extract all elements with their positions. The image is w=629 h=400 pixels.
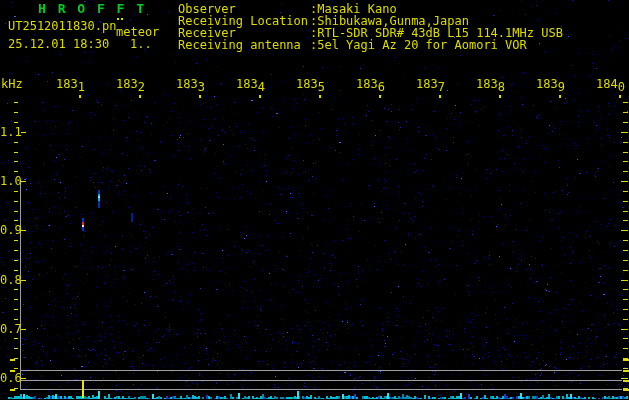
freq-axis-minor-tick-right [623, 338, 628, 339]
freq-axis-minor-tick-right [623, 368, 628, 369]
meteor-echo-red-core [82, 227, 84, 231]
freq-axis-label: 0.6 [0, 372, 22, 384]
freq-axis-major-tick [21, 329, 26, 330]
freq-axis-minor-tick-right [623, 112, 628, 113]
freq-axis-minor-tick [14, 201, 18, 202]
datetime-label: 25.12.01 18:30 [8, 38, 109, 50]
time-axis-tick [619, 95, 621, 98]
time-axis-label: 1831 [56, 78, 85, 90]
time-axis-tick [439, 95, 441, 98]
freq-axis-minor-tick-right [623, 260, 628, 261]
time-axis-label: 1838 [476, 78, 505, 90]
time-axis-label: 1837 [416, 78, 445, 90]
freq-axis-minor-tick [14, 348, 18, 349]
freq-axis-minor-tick [14, 270, 18, 271]
strip-chart-right-tick [623, 380, 629, 382]
strip-chart-gridline [20, 380, 622, 381]
freq-axis-minor-tick [14, 260, 18, 261]
time-axis-tick [139, 95, 141, 98]
freq-axis-minor-tick-right [623, 161, 628, 162]
freq-axis-minor-tick-right [623, 152, 628, 153]
freq-axis-minor-tick-right [623, 220, 628, 221]
meteor-echo-faint [131, 213, 133, 222]
freq-axis-minor-tick-right [623, 309, 628, 310]
time-axis-label: 1840 [596, 78, 625, 90]
time-axis-label: 1834 [236, 78, 265, 90]
freq-axis-minor-tick-right [623, 191, 628, 192]
freq-axis-major-tick-right [621, 132, 628, 133]
freq-axis-minor-tick [14, 250, 18, 251]
freq-axis-minor-tick-right [623, 201, 628, 202]
freq-axis-major-tick [21, 181, 26, 182]
freq-axis-minor-tick [14, 319, 18, 320]
pixel-artifact [117, 18, 119, 20]
strip-chart-gridline [20, 389, 622, 390]
strip-chart-gridline [20, 370, 622, 371]
time-axis-tick [379, 95, 381, 98]
time-axis-tick [199, 95, 201, 98]
freq-axis-minor-tick-right [623, 270, 628, 271]
freq-axis-minor-tick [14, 191, 18, 192]
freq-axis-minor-tick [14, 368, 18, 369]
strip-chart-right-tick [623, 370, 629, 372]
freq-axis-minor-tick-right [623, 299, 628, 300]
meteor-echo-cyan [98, 201, 100, 208]
freq-axis-minor-tick-right [623, 319, 628, 320]
strip-chart-left-tick [10, 389, 15, 391]
freq-axis-label: 0.9 [0, 224, 22, 236]
noise-speckle-layer [0, 0, 629, 400]
freq-axis-label: 1.1 [0, 126, 22, 138]
freq-axis-minor-tick [14, 338, 18, 339]
freq-axis-major-tick [21, 132, 26, 133]
strip-chart-left-tick [10, 359, 15, 361]
freq-axis-major-tick-right [621, 329, 628, 330]
strip-chart-right-tick [623, 359, 629, 361]
freq-axis-minor-tick-right [623, 142, 628, 143]
time-axis-tick [559, 95, 561, 98]
freq-axis-minor-tick-right [623, 348, 628, 349]
observer-row-label: Receiving antenna [178, 39, 301, 51]
freq-axis-minor-tick [14, 220, 18, 221]
freq-axis-minor-tick-right [623, 171, 628, 172]
freq-axis-minor-tick [14, 102, 18, 103]
counter-label: 1.. [130, 38, 152, 50]
freq-axis-label: 0.8 [0, 274, 22, 286]
freq-axis-minor-tick-right [623, 250, 628, 251]
time-axis-tick [499, 95, 501, 98]
freq-axis-minor-tick-right [623, 211, 628, 212]
freq-axis-minor-tick [14, 112, 18, 113]
freq-axis-minor-tick-right [623, 122, 628, 123]
time-axis-label: 1835 [296, 78, 325, 90]
freq-axis-major-tick-right [621, 280, 628, 281]
time-axis-tick [259, 95, 261, 98]
freq-axis-unit: kHz [1, 78, 23, 90]
freq-axis-minor-tick [14, 142, 18, 143]
freq-axis-minor-tick [14, 122, 18, 123]
time-axis-tick [79, 95, 81, 98]
freq-axis-label: 0.7 [0, 323, 22, 335]
app-title: H R O F F T [38, 3, 146, 15]
time-axis-tick [319, 95, 321, 98]
freq-axis-minor-tick-right [623, 240, 628, 241]
freq-axis-major-tick [21, 378, 26, 379]
freq-axis-minor-tick [14, 152, 18, 153]
freq-axis-minor-tick [14, 289, 18, 290]
hrofft-screen: H R O F F T UT2512011830.pn meteor 25.12… [0, 0, 629, 400]
freq-axis-major-tick-right [621, 181, 628, 182]
freq-axis-major-tick-right [621, 378, 628, 379]
time-axis-label: 1833 [176, 78, 205, 90]
freq-axis-minor-tick [14, 309, 18, 310]
freq-axis-major-tick [21, 230, 26, 231]
freq-axis-label: 1.0 [0, 175, 22, 187]
freq-axis-minor-tick [14, 240, 18, 241]
freq-axis-major-tick [21, 280, 26, 281]
freq-axis-major-tick-right [621, 230, 628, 231]
freq-axis-minor-tick [14, 171, 18, 172]
observer-row-value: :5el Yagi Az 20 for Aomori VOR [310, 39, 527, 51]
time-axis-label: 1832 [116, 78, 145, 90]
strip-chart-right-tick [623, 389, 629, 391]
freq-axis-minor-tick-right [623, 102, 628, 103]
freq-axis-minor-tick [14, 299, 18, 300]
capture-filename: UT2512011830.pn [8, 20, 116, 32]
freq-axis-minor-tick-right [623, 289, 628, 290]
